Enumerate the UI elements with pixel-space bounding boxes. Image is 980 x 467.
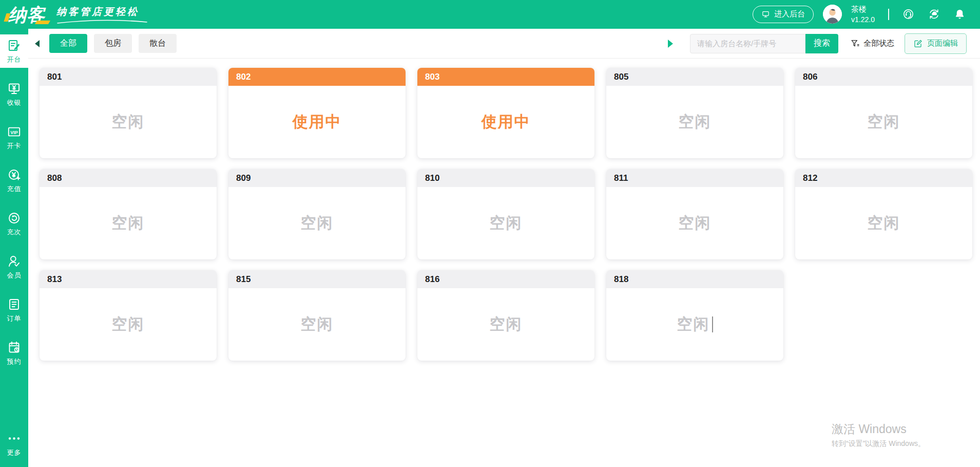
room-grid: 801 空闲 802 使用中 803 使用中 805 空闲 806 空闲 808… bbox=[28, 59, 980, 361]
room-number: 815 bbox=[228, 270, 406, 288]
enter-backend-label: 进入后台 bbox=[774, 9, 805, 19]
scroll-left-arrow-icon[interactable] bbox=[35, 40, 40, 47]
sidebar-item-recharge[interactable]: 充值 bbox=[0, 164, 28, 197]
tab-open-seat[interactable]: 散台 bbox=[139, 34, 177, 53]
room-status: 空闲 bbox=[677, 314, 710, 335]
room-card-811[interactable]: 811 空闲 bbox=[606, 169, 783, 259]
member-icon bbox=[7, 254, 21, 268]
room-card-812[interactable]: 812 空闲 bbox=[795, 169, 972, 259]
tab-private-room[interactable]: 包房 bbox=[94, 34, 132, 53]
room-number: 803 bbox=[417, 68, 594, 86]
page-edit-button[interactable]: 页面编辑 bbox=[905, 33, 967, 54]
room-card-body: 空闲 bbox=[795, 187, 972, 259]
sidebar-item-label: 会员 bbox=[7, 271, 22, 280]
logo-text: 纳客 bbox=[8, 6, 45, 24]
status-filter-label: 全部状态 bbox=[863, 39, 894, 48]
sidebar-item-more[interactable]: 更多 bbox=[0, 427, 28, 461]
customer-service-icon[interactable] bbox=[902, 8, 914, 20]
order-icon bbox=[7, 297, 21, 311]
room-card-818[interactable]: 818 空闲 bbox=[606, 270, 783, 361]
room-status: 空闲 bbox=[490, 314, 523, 335]
room-number: 811 bbox=[606, 169, 783, 187]
room-number: 818 bbox=[606, 270, 783, 288]
room-card-808[interactable]: 808 空闲 bbox=[40, 169, 217, 259]
search-input[interactable] bbox=[690, 34, 805, 53]
room-card-body: 空闲 bbox=[228, 288, 406, 361]
room-card-body: 空闲 bbox=[40, 86, 217, 158]
room-card-body: 空闲 bbox=[606, 288, 783, 361]
room-card-806[interactable]: 806 空闲 bbox=[795, 68, 972, 158]
sidebar-item-label: 开台 bbox=[7, 55, 22, 64]
room-status: 空闲 bbox=[679, 111, 712, 133]
sidebar-item-orders[interactable]: 订单 bbox=[0, 293, 28, 327]
room-card-815[interactable]: 815 空闲 bbox=[228, 270, 406, 361]
vip-card-icon: VIP bbox=[7, 125, 21, 139]
header-icons bbox=[902, 8, 966, 20]
room-card-810[interactable]: 810 空闲 bbox=[417, 169, 594, 259]
room-card-803[interactable]: 803 使用中 bbox=[417, 68, 594, 158]
sidebar-item-label: 收银 bbox=[7, 98, 22, 107]
room-status: 空闲 bbox=[301, 314, 334, 335]
room-card-802[interactable]: 802 使用中 bbox=[228, 68, 406, 158]
reservation-icon bbox=[7, 341, 21, 354]
toolbar: 全部包房散台 搜索 全部状态 页面编辑 bbox=[28, 29, 980, 59]
room-area: 801 空闲 802 使用中 803 使用中 805 空闲 806 空闲 808… bbox=[28, 59, 980, 467]
room-status: 使用中 bbox=[482, 111, 531, 133]
room-number: 813 bbox=[40, 270, 217, 288]
room-number: 812 bbox=[795, 169, 972, 187]
sidebar-item-open-table[interactable]: 开台 bbox=[0, 34, 28, 68]
room-number: 805 bbox=[606, 68, 783, 86]
room-number: 806 bbox=[795, 68, 972, 86]
enter-backend-button[interactable]: 进入后台 bbox=[753, 6, 814, 23]
scroll-right-arrow-icon[interactable] bbox=[668, 40, 673, 48]
edit-icon bbox=[913, 39, 923, 48]
sidebar-item-recharge-times[interactable]: 充次 bbox=[0, 207, 28, 240]
store-block: 茶楼 v1.22.0 bbox=[851, 4, 875, 24]
room-card-body: 空闲 bbox=[417, 288, 594, 361]
room-card-801[interactable]: 801 空闲 bbox=[40, 68, 217, 158]
status-filter[interactable]: 全部状态 bbox=[850, 39, 894, 48]
sidebar-item-label: 订单 bbox=[7, 314, 22, 323]
tab-all[interactable]: 全部 bbox=[49, 34, 87, 53]
sidebar-item-vip-card[interactable]: VIP 开卡 bbox=[0, 121, 28, 154]
room-card-body: 空闲 bbox=[228, 187, 406, 259]
room-card-809[interactable]: 809 空闲 bbox=[228, 169, 406, 259]
room-status: 空闲 bbox=[112, 213, 145, 234]
text-cursor bbox=[712, 316, 713, 332]
room-card-body: 使用中 bbox=[417, 86, 594, 158]
svg-text:VIP: VIP bbox=[10, 130, 18, 135]
page-edit-label: 页面编辑 bbox=[927, 39, 958, 48]
room-card-body: 空闲 bbox=[606, 86, 783, 158]
search-button[interactable]: 搜索 bbox=[805, 34, 838, 53]
room-status: 空闲 bbox=[679, 213, 712, 234]
sidebar: 开台 收银 VIP 开卡 充值 充次 会员 订单 预约 更多 bbox=[0, 29, 28, 467]
room-card-816[interactable]: 816 空闲 bbox=[417, 270, 594, 361]
room-number: 809 bbox=[228, 169, 406, 187]
room-card-805[interactable]: 805 空闲 bbox=[606, 68, 783, 158]
room-status: 空闲 bbox=[490, 213, 523, 234]
room-status: 空闲 bbox=[112, 111, 145, 133]
sidebar-item-label: 充值 bbox=[7, 184, 22, 194]
sidebar-item-cashier[interactable]: 收银 bbox=[0, 78, 28, 111]
sidebar-item-reservation[interactable]: 预约 bbox=[0, 337, 28, 370]
sync-icon[interactable] bbox=[928, 8, 940, 20]
sidebar-item-label: 预约 bbox=[7, 357, 22, 366]
avatar[interactable] bbox=[823, 5, 842, 24]
room-status: 空闲 bbox=[301, 213, 334, 234]
room-card-body: 空闲 bbox=[606, 187, 783, 259]
open-table-icon bbox=[7, 39, 21, 52]
room-card-body: 空闲 bbox=[40, 187, 217, 259]
room-card-813[interactable]: 813 空闲 bbox=[40, 270, 217, 361]
room-number: 801 bbox=[40, 68, 217, 86]
bell-icon[interactable] bbox=[954, 8, 966, 20]
recharge-icon bbox=[7, 168, 21, 182]
tagline-box: 纳客管店更轻松 bbox=[56, 5, 148, 24]
recharge-times-icon bbox=[7, 211, 21, 225]
area-tabs: 全部包房散台 bbox=[49, 34, 177, 53]
searchbox: 搜索 bbox=[690, 34, 838, 53]
sidebar-item-member[interactable]: 会员 bbox=[0, 250, 28, 284]
app-version: v1.22.0 bbox=[851, 15, 875, 25]
tagline: 纳客管店更轻松 bbox=[56, 5, 139, 18]
monitor-icon bbox=[761, 10, 770, 18]
room-number: 808 bbox=[40, 169, 217, 187]
